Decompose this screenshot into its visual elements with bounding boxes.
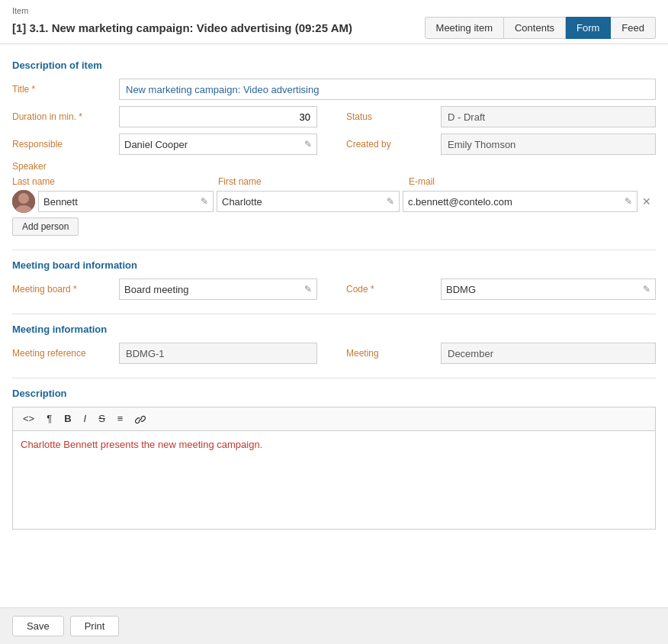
toolbar-strikethrough-button[interactable]: S	[93, 411, 111, 427]
toolbar-italic-button[interactable]: I	[79, 411, 92, 427]
meeting-label: Meeting	[334, 348, 441, 359]
avatar	[12, 190, 35, 213]
toolbar-paragraph-button[interactable]: ¶	[41, 411, 57, 427]
last-name-edit-icon[interactable]: ✎	[201, 196, 208, 207]
tab-contents[interactable]: Contents	[504, 17, 566, 39]
responsible-edit-icon[interactable]: ✎	[304, 139, 312, 150]
last-name-header: Last name	[12, 176, 218, 187]
speaker-delete-icon[interactable]: ✕	[637, 195, 656, 208]
responsible-field[interactable]: Daniel Cooper ✎	[119, 134, 317, 155]
tab-feed[interactable]: Feed	[611, 17, 656, 39]
section-meeting-info: Meeting information	[12, 324, 656, 335]
code-edit-icon[interactable]: ✎	[643, 284, 650, 295]
meeting-board-field[interactable]: Board meeting ✎	[119, 279, 317, 300]
section-meeting-board-info: Meeting board information	[12, 259, 656, 271]
toolbar-code-button[interactable]: <>	[18, 411, 40, 427]
section-description-of-item: Description of item	[12, 60, 656, 71]
meeting-board-label: Meeting board *	[12, 284, 119, 295]
meeting-reference-input	[119, 343, 317, 364]
duration-label: Duration in min. *	[12, 111, 119, 122]
page-title: [1] 3.1. New marketing campaign: Video a…	[12, 21, 352, 34]
add-person-button[interactable]: Add person	[12, 217, 79, 236]
email-header: E-mail	[409, 176, 656, 187]
section-description: Description	[12, 388, 656, 399]
last-name-field[interactable]: Bennett ✎	[38, 191, 214, 212]
speaker-row: Bennett ✎ Charlotte ✎ c.	[12, 190, 656, 213]
save-button[interactable]: Save	[12, 616, 64, 636]
svg-point-1	[18, 193, 29, 204]
code-label: Code *	[334, 284, 441, 295]
created-by-label: Created by	[334, 139, 441, 150]
first-name-edit-icon[interactable]: ✎	[387, 196, 394, 207]
tab-meeting-item[interactable]: Meeting item	[425, 17, 504, 39]
footer: Save Print	[0, 607, 668, 644]
tab-bar: Meeting item Contents Form Feed	[425, 17, 656, 39]
meeting-reference-label: Meeting reference	[12, 348, 119, 359]
responsible-label: Responsible	[12, 139, 119, 150]
print-button[interactable]: Print	[70, 616, 120, 636]
code-field[interactable]: BDMG ✎	[441, 279, 656, 300]
toolbar-link-button[interactable]	[130, 411, 151, 427]
first-name-header: First name	[218, 176, 409, 187]
toolbar-bold-button[interactable]: B	[59, 411, 76, 427]
title-label: Title *	[12, 84, 119, 95]
first-name-field[interactable]: Charlotte ✎	[217, 191, 400, 212]
toolbar-list-button[interactable]: ≡	[112, 411, 129, 427]
email-edit-icon[interactable]: ✎	[625, 196, 632, 207]
meeting-input	[441, 343, 656, 364]
email-field[interactable]: c.bennett@contelo.com ✎	[403, 191, 637, 212]
editor-toolbar: <> ¶ B I S ≡	[12, 407, 656, 430]
title-input[interactable]	[119, 79, 656, 100]
description-text: Charlotte Bennett presents the new meeti…	[21, 439, 262, 450]
speaker-label: Speaker	[12, 161, 656, 172]
speaker-subheader: Last name First name E-mail	[12, 176, 656, 187]
created-by-input	[441, 134, 656, 155]
status-label: Status	[334, 111, 441, 122]
status-input	[441, 106, 656, 127]
duration-input[interactable]	[119, 106, 317, 127]
breadcrumb: Item	[12, 6, 656, 15]
svg-line-3	[139, 418, 142, 421]
tab-form[interactable]: Form	[566, 17, 611, 39]
description-editor[interactable]: Charlotte Bennett presents the new meeti…	[12, 430, 656, 530]
meeting-board-edit-icon[interactable]: ✎	[304, 284, 312, 295]
